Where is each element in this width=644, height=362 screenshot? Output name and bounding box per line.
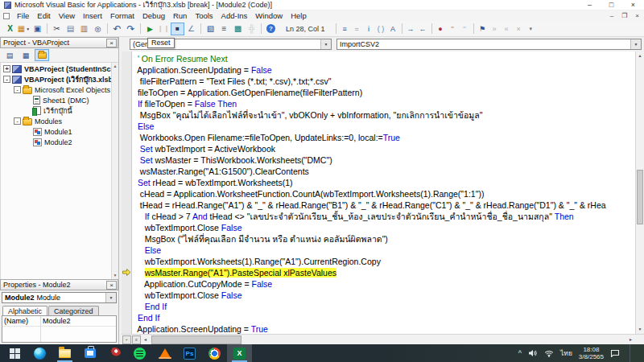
menu-addins[interactable]: Add-Ins — [217, 10, 252, 21]
toggle-folders-button[interactable] — [35, 49, 49, 61]
volume-icon[interactable] — [528, 349, 538, 357]
mdi-minimize-icon[interactable]: – — [610, 11, 613, 20]
menu-run[interactable]: Run — [169, 10, 191, 21]
properties-object-combo[interactable]: Module2 Module ▼ — [2, 292, 117, 303]
next-bookmark-button[interactable]: » — [489, 23, 501, 35]
full-module-view-button[interactable]: ≡ — [132, 335, 141, 344]
code-vertical-scrollbar[interactable]: ▲ ▼ — [635, 51, 644, 334]
view-code-button[interactable]: ▤ — [2, 49, 17, 61]
mdi-close-icon[interactable]: × — [635, 11, 639, 20]
break-button[interactable]: ❙❙ — [157, 23, 171, 35]
vertical-scroll-thumb[interactable] — [637, 170, 643, 224]
file-explorer-taskbar-icon[interactable] — [52, 344, 77, 362]
collapse-icon[interactable]: - — [14, 117, 21, 125]
copy-button[interactable]: ▤ — [64, 23, 77, 35]
margin-indicator-bar[interactable] — [122, 51, 132, 334]
project-tree-scrollbar[interactable]: ▲ ▼ — [111, 63, 118, 279]
project-explorer-button[interactable]: ▧ — [204, 23, 217, 35]
dropdown-arrow-icon[interactable]: ▼ — [26, 27, 30, 31]
outdent-button[interactable]: ← — [417, 23, 429, 35]
toolbar-options-chevron-icon[interactable]: ▾ — [530, 26, 533, 32]
quick-info-button[interactable]: i — [363, 23, 375, 35]
tree-item-project[interactable]: +VBAProject (StudentInSchoolLis — [1, 64, 111, 74]
view-microsoft-excel-button[interactable]: X — [3, 23, 17, 35]
undo-button[interactable]: ↶ — [110, 23, 124, 35]
menu-file[interactable]: File — [13, 10, 33, 21]
menu-debug[interactable]: Debug — [138, 10, 169, 21]
procedure-dropdown-icon[interactable]: ▼ — [630, 39, 641, 49]
scroll-right-icon[interactable]: ► — [626, 335, 635, 344]
paste-button[interactable]: ▥ — [77, 23, 91, 35]
menu-window[interactable]: Window — [251, 10, 287, 21]
scroll-down-icon[interactable]: ▼ — [636, 325, 644, 334]
cut-button[interactable]: ✂ — [50, 23, 64, 35]
list-constants-button[interactable]: = — [351, 23, 363, 35]
property-value[interactable]: Module2 — [40, 316, 116, 326]
uncomment-block-button[interactable]: '' — [459, 23, 471, 35]
edge-taskbar-icon[interactable] — [27, 344, 52, 362]
horizontal-scroll-thumb[interactable] — [151, 335, 242, 344]
minimize-icon[interactable]: – — [579, 0, 601, 10]
chrome-taskbar-icon[interactable] — [202, 344, 227, 362]
scroll-up-icon[interactable]: ▲ — [636, 51, 644, 60]
vlc-taskbar-icon[interactable] — [152, 344, 177, 362]
menu-edit[interactable]: Edit — [33, 10, 54, 21]
menu-format[interactable]: Format — [106, 10, 138, 21]
save-button[interactable]: ▣ — [31, 23, 44, 35]
microsoft-store-taskbar-icon[interactable] — [77, 344, 102, 362]
clock[interactable]: 18:08 3/8/2565 — [579, 346, 604, 360]
tray-chevron-icon[interactable]: ^ — [518, 349, 522, 357]
tree-item-sheet[interactable]: Sheet1 (DMC) — [1, 95, 111, 105]
code-horizontal-scrollbar[interactable]: ▪ ≡ ◄ ► — [122, 334, 644, 344]
menu-tools[interactable]: Tools — [191, 10, 217, 21]
menu-help[interactable]: Help — [287, 10, 311, 21]
find-button[interactable]: ◎ — [91, 23, 105, 35]
spotify-taskbar-icon[interactable] — [127, 344, 152, 362]
excel-taskbar-icon[interactable]: X — [227, 344, 252, 362]
procedure-dropdown[interactable]: ImportCSV2 ▼ — [336, 39, 642, 50]
help-button[interactable]: ? — [264, 23, 278, 35]
tab-categorized[interactable]: Categorized — [48, 306, 99, 315]
collapse-icon[interactable]: - — [14, 86, 21, 93]
toolbox-button[interactable]: ╬ — [245, 23, 258, 35]
wifi-icon[interactable] — [544, 350, 554, 357]
start-taskbar-icon[interactable] — [2, 344, 27, 362]
view-object-button[interactable]: ▦ — [19, 49, 33, 61]
reset-button[interactable]: ■ — [171, 23, 184, 35]
maximize-icon[interactable]: □ — [601, 0, 622, 10]
code-editor[interactable]: ' On Error Resume Next Application.Scree… — [132, 51, 635, 334]
tree-item-module[interactable]: Module2 — [1, 137, 111, 147]
action-center-icon[interactable] — [610, 349, 620, 357]
previous-bookmark-button[interactable]: « — [501, 23, 513, 35]
properties-window-button[interactable]: ≡ — [217, 23, 231, 35]
indent-button[interactable]: → — [405, 23, 417, 35]
expand-icon[interactable]: + — [3, 65, 10, 72]
tree-item-module[interactable]: Module1 — [1, 126, 111, 137]
photoshop-taskbar-icon[interactable]: Ps — [177, 344, 202, 362]
horizontal-scroll-track[interactable] — [150, 335, 626, 344]
collapse-icon[interactable]: - — [3, 76, 10, 83]
mdi-restore-icon[interactable]: ❐ — [621, 11, 627, 20]
close-icon[interactable]: × — [622, 0, 644, 10]
properties-panel-close-icon[interactable]: × — [106, 281, 117, 290]
language-indicator[interactable]: ไทย — [560, 348, 572, 359]
object-dropdown-icon[interactable]: ▼ — [320, 39, 331, 49]
tree-item-folder[interactable]: -Microsoft Excel Objects — [1, 84, 111, 95]
tree-item-folder[interactable]: -Modules — [1, 116, 111, 126]
scroll-up-icon[interactable]: ▲ — [112, 63, 118, 70]
comment-block-button[interactable]: '' — [447, 23, 459, 35]
redo-button[interactable]: ↷ — [124, 23, 138, 35]
show-desktop-button[interactable] — [630, 344, 633, 362]
clear-bookmarks-button[interactable]: × — [513, 23, 525, 35]
toggle-breakpoint-button[interactable]: ● — [435, 23, 447, 35]
run-sub-button[interactable]: ▶ — [143, 23, 157, 35]
parameter-info-button[interactable]: ( ) — [375, 23, 387, 35]
scroll-left-icon[interactable]: ◄ — [141, 335, 150, 344]
tree-item-project[interactable]: -VBAProject (เวิร์กบุ๊ก3.xlsb) — [1, 74, 111, 84]
complete-word-button[interactable]: A — [387, 23, 399, 35]
toggle-bookmark-button[interactable]: ⚑ — [477, 23, 489, 35]
dark-circle-app-taskbar-icon[interactable] — [102, 344, 127, 362]
insert-userform-button[interactable]: ▦▼ — [17, 23, 31, 35]
object-browser-button[interactable]: ▩ — [231, 23, 245, 35]
combo-dropdown-icon[interactable]: ▼ — [105, 293, 116, 302]
